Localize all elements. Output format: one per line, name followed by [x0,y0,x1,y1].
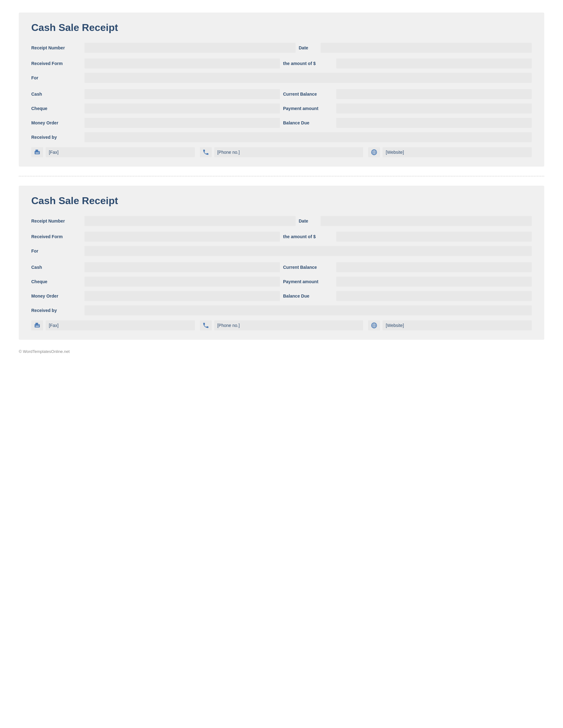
money-order-label-2: Money Order [31,294,81,299]
receipt-divider [19,176,544,176]
payment-amount-input-2[interactable] [336,277,532,287]
cash-label-1: Cash [31,92,81,97]
money-order-balance-row-2: Money Order Balance Due [31,291,532,301]
received-form-label-1: Received Form [31,61,81,66]
current-balance-input-2[interactable] [336,262,532,272]
svg-rect-2 [36,153,39,153]
receipt-number-date-row: Receipt Number Date [31,43,532,53]
fax-item-1: [Fax] [31,147,195,157]
for-row-2: For [31,246,532,256]
cheque-payment-row-2: Cheque Payment amount [31,277,532,287]
footer-row-2: [Fax] [Phone no.] [Website] [31,320,532,330]
amount-label-1: the amount of $ [283,61,333,66]
svg-point-3 [39,151,39,152]
receipt-title-1: Cash Sale Receipt [31,22,532,33]
money-order-label-1: Money Order [31,120,81,125]
date-label: Date [299,45,318,50]
phone-item-2: [Phone no.] [200,320,364,330]
website-icon-2 [368,320,380,330]
website-item-2: [Website] [368,320,532,330]
phone-item-1: [Phone no.] [200,147,364,157]
receipt-title-2: Cash Sale Receipt [31,195,532,207]
cash-input-2[interactable] [84,262,280,272]
cheque-payment-row-1: Cheque Payment amount [31,103,532,113]
cash-label-2: Cash [31,265,81,270]
for-input-1[interactable] [84,73,532,83]
svg-rect-1 [36,150,38,151]
receipt-block-2: Cash Sale Receipt Receipt Number Date Re… [19,186,544,340]
receipt-number-date-row-2: Receipt Number Date [31,216,532,226]
receipt-block-1: Cash Sale Receipt Receipt Number Date Re… [19,13,544,167]
received-form-label-2: Received Form [31,234,81,239]
cheque-label-2: Cheque [31,279,81,284]
svg-rect-11 [36,326,39,327]
website-icon-1 [368,147,380,157]
balance-due-label-1: Balance Due [283,120,333,125]
payment-amount-input-1[interactable] [336,103,532,113]
cheque-label-1: Cheque [31,106,81,111]
phone-icon-1 [200,147,212,157]
received-by-label-2: Received by [31,308,81,313]
copyright-text: © WordTemplatesOnline.net [19,349,544,354]
payment-amount-label-2: Payment amount [283,279,333,284]
website-input-1[interactable]: [Website] [383,147,532,157]
current-balance-input-1[interactable] [336,89,532,99]
received-form-amount-row: Received Form the amount of $ [31,58,532,68]
cash-current-balance-row-2: Cash Current Balance [31,262,532,272]
received-form-input-1[interactable] [84,58,280,68]
amount-input-1[interactable] [336,58,532,68]
received-by-row-2: Received by [31,305,532,315]
date-label-2: Date [299,218,318,223]
cheque-input-2[interactable] [84,277,280,287]
cheque-input-1[interactable] [84,103,280,113]
fax-input-2[interactable]: [Fax] [46,320,195,330]
current-balance-label-1: Current Balance [283,92,333,97]
payment-amount-label-1: Payment amount [283,106,333,111]
svg-point-12 [39,324,39,325]
phone-input-2[interactable]: [Phone no.] [214,320,364,330]
for-label-1: For [31,75,81,80]
svg-rect-10 [36,323,38,324]
received-form-input-2[interactable] [84,232,280,242]
cash-current-balance-row-1: Cash Current Balance [31,89,532,99]
balance-due-label-2: Balance Due [283,294,333,299]
received-by-input-1[interactable] [84,132,532,142]
date-input[interactable] [321,43,532,53]
for-row-1: For [31,73,532,83]
receipt-number-label: Receipt Number [31,45,81,50]
fax-item-2: [Fax] [31,320,195,330]
money-order-balance-row-1: Money Order Balance Due [31,118,532,128]
receipt-number-input[interactable] [84,43,296,53]
amount-label-2: the amount of $ [283,234,333,239]
for-input-2[interactable] [84,246,532,256]
fax-icon-1 [31,147,43,157]
received-by-row-1: Received by [31,132,532,142]
footer-row-1: [Fax] [Phone no.] [31,147,532,157]
balance-due-input-1[interactable] [336,118,532,128]
fax-input-1[interactable]: [Fax] [46,147,195,157]
phone-input-1[interactable]: [Phone no.] [214,147,364,157]
cash-input-1[interactable] [84,89,280,99]
received-by-input-2[interactable] [84,305,532,315]
current-balance-label-2: Current Balance [283,265,333,270]
receipt-number-input-2[interactable] [84,216,296,226]
website-item-1: [Website] [368,147,532,157]
money-order-input-1[interactable] [84,118,280,128]
website-input-2[interactable]: [Website] [383,320,532,330]
fax-icon-2 [31,320,43,330]
receipt-number-label-2: Receipt Number [31,218,81,223]
date-input-2[interactable] [321,216,532,226]
received-form-amount-row-2: Received Form the amount of $ [31,232,532,242]
money-order-input-2[interactable] [84,291,280,301]
received-by-label-1: Received by [31,135,81,140]
phone-icon-2 [200,320,212,330]
amount-input-2[interactable] [336,232,532,242]
for-label-2: For [31,249,81,254]
balance-due-input-2[interactable] [336,291,532,301]
